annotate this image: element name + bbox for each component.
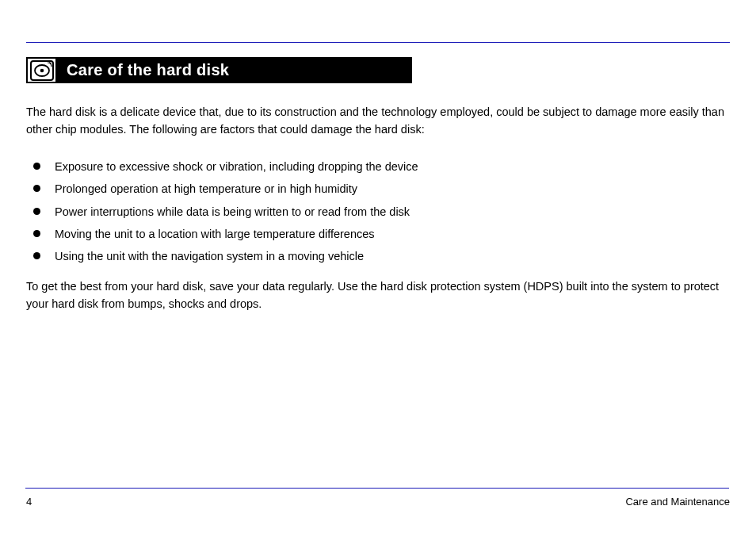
after-list-paragraph: To get the best from your hard disk, sav… [26,278,730,313]
footer-section-label: Care and Maintenance [625,496,730,508]
intro-paragraph: The hard disk is a delicate device that,… [26,103,730,139]
bullet-dot-icon [33,252,40,259]
list-item: Power interruptions while data is being … [26,204,730,220]
list-item-text: Exposure to excessive shock or vibration… [55,159,730,174]
list-item-text: Power interruptions while data is being … [55,204,730,220]
list-item-text: Prolonged operation at high temperature … [55,181,730,197]
list-item-text: Using the unit with the navigation syste… [55,248,730,264]
bullet-dot-icon [33,163,40,170]
page-number: 4 [26,496,32,508]
section-title: Care of the hard disk [57,61,229,79]
section-heading-bar: Care of the hard disk [26,57,412,83]
bullet-list: Exposure to excessive shock or vibration… [26,159,730,270]
bullet-dot-icon [33,185,40,192]
hard-disk-icon [26,57,57,83]
divider-top [26,42,730,43]
list-item: Using the unit with the navigation syste… [26,248,730,264]
list-item-text: Moving the unit to a location with large… [55,226,730,242]
divider-bottom [25,488,729,489]
list-item: Prolonged operation at high temperature … [26,181,730,197]
list-item: Moving the unit to a location with large… [26,226,730,242]
bullet-dot-icon [33,208,40,215]
svg-point-2 [40,68,44,72]
list-item: Exposure to excessive shock or vibration… [26,159,730,174]
page: Care of the hard disk The hard disk is a… [0,0,756,548]
bullet-dot-icon [33,230,40,237]
